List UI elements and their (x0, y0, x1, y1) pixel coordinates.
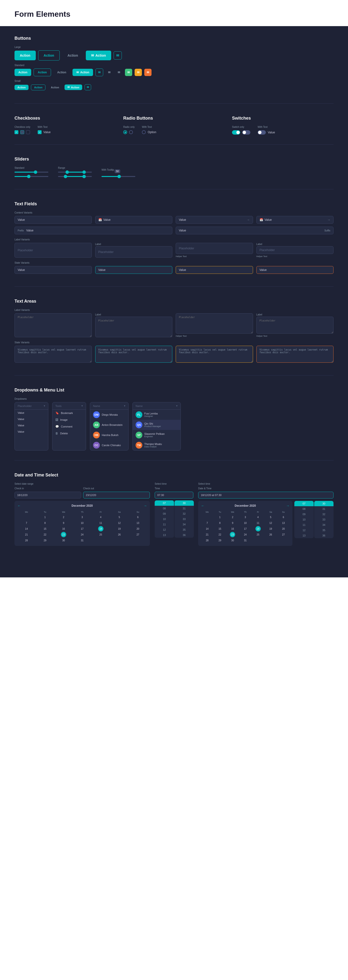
checkbox-minus[interactable]: − (20, 130, 24, 134)
dt-m-31[interactable]: 31 (314, 506, 334, 512)
range-track-1[interactable] (58, 172, 92, 173)
ta-default[interactable]: Vivamus sagittis lacus vel augue laoreet… (14, 346, 92, 363)
cal-d7[interactable]: 7 (24, 520, 29, 526)
person-qin[interactable]: QS Qin Shi Product Manager (133, 420, 180, 430)
cal-d16[interactable]: 16 (61, 526, 66, 531)
tf-placeholder-1[interactable]: Placeholder (14, 243, 92, 258)
dropdown-item-1[interactable]: Value (15, 410, 48, 416)
cal-d10[interactable]: 10 (79, 520, 85, 526)
dt-m-33[interactable]: 33 (314, 517, 334, 522)
dt-h-11[interactable]: 11 (294, 522, 314, 528)
tf-placeholder-2[interactable]: Placeholder (95, 246, 172, 258)
cal-d1[interactable]: 1 (42, 514, 47, 520)
time-13[interactable]: 13 (155, 532, 174, 538)
cal-d8[interactable]: 8 (42, 520, 47, 526)
dt-m-32[interactable]: 32 (314, 512, 334, 517)
range-thumb-right-2[interactable] (82, 175, 86, 178)
slider-track-2[interactable] (14, 176, 48, 177)
cal-d18[interactable]: 18 (98, 526, 103, 531)
person-fua[interactable]: FL Fua Lemba Designer (133, 410, 180, 420)
cal-d24[interactable]: 24 (79, 532, 85, 537)
tf-error-state[interactable]: Value (256, 266, 334, 274)
dt-h-07[interactable]: 07 (294, 501, 314, 506)
min-30[interactable]: 30 (174, 500, 194, 506)
cal-d29[interactable]: 29 (42, 538, 47, 543)
cal-d6[interactable]: 6 (135, 514, 141, 520)
dt-m-30[interactable]: 30 (314, 501, 334, 506)
btn-action-ghost-sm[interactable]: Action (48, 85, 62, 90)
dropdown-item-2[interactable]: Value (15, 416, 48, 422)
time-07[interactable]: 07 (155, 500, 174, 506)
person-carole[interactable]: CC Carole Chimako (90, 440, 128, 450)
cal-d27[interactable]: 27 (135, 532, 141, 537)
dt-field-input[interactable]: 18/12/20 at 07:30 (198, 492, 334, 498)
tf-value-icon[interactable]: 📅 Value (95, 216, 172, 224)
btn-action-teal-large[interactable]: Action (14, 51, 36, 60)
switch-text-off[interactable] (258, 130, 266, 135)
checkbox-empty[interactable] (26, 130, 30, 134)
btn-action-icon-large[interactable]: ✉ Action (86, 51, 111, 60)
cal-d13[interactable]: 13 (135, 520, 141, 526)
person-harsha[interactable]: HB Harsha Buksh (90, 430, 128, 440)
dt-m-34[interactable]: 34 (314, 522, 334, 528)
cal-d2[interactable]: 2 (61, 514, 66, 520)
tf-default-state[interactable]: Value (14, 266, 92, 274)
tools-comment[interactable]: 💬 Comment (52, 423, 86, 430)
radio-inactive[interactable] (129, 130, 133, 134)
slider-track-1[interactable] (14, 172, 48, 173)
person-thenjee[interactable]: TM Thenjee Msatu Data Analyst (133, 440, 180, 450)
range-thumb-left-1[interactable] (65, 170, 69, 174)
btn-green-std[interactable]: ✉ (125, 69, 132, 76)
ta-placeholder-3[interactable] (176, 313, 253, 334)
dt-h-08[interactable]: 08 (294, 506, 314, 512)
cal-d12[interactable]: 12 (117, 520, 122, 526)
cal-d14[interactable]: 14 (24, 526, 29, 531)
ta-placeholder-1[interactable] (14, 313, 92, 337)
cal-d30[interactable]: 30 (61, 538, 66, 543)
slider-thumb-1[interactable] (34, 170, 37, 174)
cal-d15[interactable]: 15 (42, 526, 47, 531)
cal-next-dt[interactable]: → (286, 504, 289, 508)
btn-icon-only-large[interactable]: ✉ (114, 51, 122, 60)
dt-m-35[interactable]: 35 (314, 528, 334, 533)
cal-d17[interactable]: 17 (79, 526, 85, 531)
ta-focused[interactable]: Vivamus sagittis lacus vel augue laoreet… (95, 346, 172, 363)
time-input[interactable]: 07:30 (155, 492, 193, 498)
btn-action-icon-std[interactable]: ✉ Action (73, 69, 93, 76)
tf-value-icon-arrow[interactable]: 📅 Value → (256, 216, 334, 224)
btn-mail-sm[interactable]: ✉ (85, 84, 91, 90)
cal-prev-dt[interactable]: ← (201, 504, 204, 508)
min-33[interactable]: 33 (174, 516, 194, 522)
cal-d23[interactable]: 23 (61, 532, 66, 537)
dropdown-item-3[interactable]: Value (15, 422, 48, 428)
btn-action-ghost-std[interactable]: Action (54, 69, 70, 76)
dropdown-header-roles[interactable]: Name ▾ (133, 402, 180, 410)
cal-next-1[interactable]: → (144, 504, 147, 508)
time-11[interactable]: 11 (155, 522, 174, 527)
btn-action-outline-std[interactable]: Action (33, 68, 51, 76)
btn-action-icon-sm[interactable]: ✉ Action (65, 84, 82, 90)
range-thumb-right-1[interactable] (82, 170, 86, 174)
time-08[interactable]: 08 (155, 506, 174, 511)
dt-h-09[interactable]: 09 (294, 512, 314, 517)
btn-action-outline-sm[interactable]: Action (31, 84, 46, 90)
tf-prefix-input[interactable]: Prefix Value (14, 227, 172, 234)
tooltip-thumb[interactable]: 50 (117, 175, 121, 178)
tf-value-arrow[interactable]: Value → (176, 216, 253, 224)
btn-action-teal-sm[interactable]: Action (14, 85, 28, 90)
btn-action-teal-std[interactable]: Action (14, 69, 31, 76)
min-36[interactable]: 36 (174, 532, 194, 538)
cal-d9[interactable]: 9 (61, 520, 66, 526)
cal-d5[interactable]: 5 (117, 514, 122, 520)
min-34[interactable]: 34 (174, 522, 194, 527)
tools-delete[interactable]: 🗑 Delete (52, 430, 86, 437)
switch-on[interactable] (232, 130, 240, 135)
tf-suffix-input[interactable]: Value Suffix (176, 227, 334, 234)
btn-mail-outline-std[interactable]: ✉ (95, 68, 103, 76)
min-35[interactable]: 35 (174, 527, 194, 532)
min-31[interactable]: 31 (174, 506, 194, 511)
tf-focused-state[interactable]: Value (95, 266, 172, 274)
tf-warning-state[interactable]: Value (176, 266, 253, 274)
dropdown-header-1[interactable]: Placeholder ▾ (15, 402, 48, 410)
radio-option[interactable] (142, 130, 146, 134)
